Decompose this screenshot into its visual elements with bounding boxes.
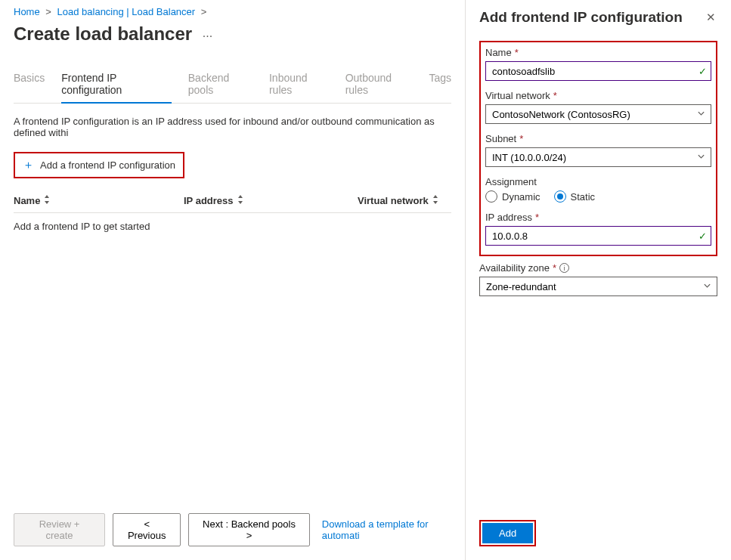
form-highlight-section: Name * ✓ Virtual network * Subnet * Assi…	[479, 41, 717, 256]
close-icon[interactable]: ✕	[705, 9, 717, 26]
plus-icon: ＋	[23, 158, 34, 172]
more-actions-button[interactable]: ···	[203, 29, 212, 43]
required-indicator: *	[535, 212, 539, 223]
previous-button[interactable]: < Previous	[113, 513, 181, 546]
required-indicator: *	[553, 262, 556, 274]
ip-address-input[interactable]	[485, 226, 711, 246]
tab-outbound-rules[interactable]: Outbound rules	[345, 66, 413, 103]
radio-icon	[485, 190, 497, 203]
column-ip-label: IP address	[184, 195, 234, 206]
tab-backend-pools[interactable]: Backend pools	[188, 66, 252, 103]
table-empty-row: Add a frontend IP to get started	[14, 213, 451, 240]
sort-icon	[43, 195, 51, 206]
availability-zone-field: Availability zone * i	[479, 262, 717, 296]
sort-icon	[237, 195, 244, 206]
tab-bar: Basics Frontend IP configuration Backend…	[14, 66, 451, 104]
required-indicator: *	[519, 133, 523, 144]
zone-select[interactable]	[479, 277, 717, 296]
review-create-button[interactable]: Review + create	[14, 513, 105, 546]
vnet-label: Virtual network	[485, 90, 550, 101]
tab-basics[interactable]: Basics	[14, 66, 45, 103]
add-frontend-ip-button[interactable]: ＋ Add a frontend IP configuration	[14, 152, 184, 178]
tab-tags[interactable]: Tags	[429, 66, 451, 103]
assignment-dynamic-radio[interactable]: Dynamic	[485, 190, 541, 203]
add-frontend-ip-panel: Add frontend IP configuration ✕ Name * ✓…	[465, 0, 731, 560]
info-icon[interactable]: i	[559, 263, 569, 273]
check-icon: ✓	[698, 230, 707, 242]
column-header-name[interactable]: Name	[14, 195, 184, 206]
subnet-select[interactable]	[485, 147, 711, 167]
chevron-right-icon: >	[198, 6, 210, 17]
subnet-field: Subnet *	[485, 133, 711, 167]
tab-inbound-rules[interactable]: Inbound rules	[269, 66, 329, 103]
chevron-right-icon: >	[42, 6, 54, 17]
breadcrumb-lb-list[interactable]: Load balancing | Load Balancer	[57, 6, 196, 17]
dynamic-label: Dynamic	[502, 191, 541, 203]
required-indicator: *	[553, 90, 557, 101]
static-label: Static	[571, 191, 596, 203]
page-title: Create load balancer	[14, 23, 192, 45]
add-button[interactable]: Add	[482, 523, 533, 543]
vnet-field: Virtual network *	[485, 90, 711, 124]
assignment-field: Assignment Dynamic Static	[485, 176, 711, 203]
name-input[interactable]	[485, 61, 711, 81]
assignment-static-radio[interactable]: Static	[554, 190, 596, 203]
zone-label: Availability zone	[479, 262, 550, 274]
wizard-footer: Review + create < Previous Next : Backen…	[14, 513, 465, 546]
main-content: Home > Load balancing | Load Balancer > …	[0, 0, 465, 560]
column-vnet-label: Virtual network	[358, 195, 429, 206]
panel-title: Add frontend IP configuration	[479, 9, 683, 26]
breadcrumb: Home > Load balancing | Load Balancer >	[14, 6, 451, 17]
panel-header: Add frontend IP configuration ✕	[479, 9, 717, 26]
ip-label: IP address	[485, 212, 532, 223]
radio-icon	[554, 190, 566, 203]
sort-icon	[432, 195, 439, 206]
column-header-ip[interactable]: IP address	[184, 195, 358, 206]
column-name-label: Name	[14, 195, 40, 206]
tab-description: A frontend IP configuration is an IP add…	[14, 116, 451, 138]
panel-footer: Add	[479, 520, 717, 560]
name-label: Name	[485, 47, 512, 58]
add-frontend-ip-label: Add a frontend IP configuration	[40, 159, 175, 171]
assignment-label: Assignment	[485, 176, 537, 187]
check-icon: ✓	[698, 66, 707, 77]
subnet-label: Subnet	[485, 133, 516, 144]
frontend-ip-table: Name IP address Virtual network Add a fr…	[14, 195, 451, 240]
add-button-highlight: Add	[479, 520, 536, 546]
name-field: Name * ✓	[485, 47, 711, 81]
column-header-vnet[interactable]: Virtual network	[358, 195, 451, 206]
vnet-select[interactable]	[485, 104, 711, 124]
ip-address-field: IP address * ✓	[485, 212, 711, 246]
download-template-link[interactable]: Download a template for automati	[322, 518, 465, 541]
table-header: Name IP address Virtual network	[14, 195, 451, 213]
required-indicator: *	[515, 47, 519, 58]
tab-frontend-ip[interactable]: Frontend IP configuration	[61, 66, 172, 104]
breadcrumb-home[interactable]: Home	[14, 6, 40, 17]
next-button[interactable]: Next : Backend pools >	[188, 513, 310, 546]
